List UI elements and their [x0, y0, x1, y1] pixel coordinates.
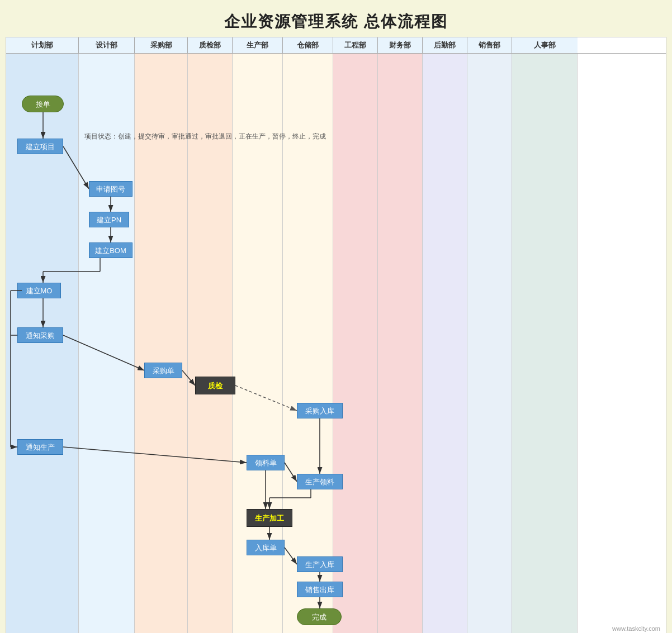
chart-area: 计划部 设计部 采购部 质检部 生产部 仓储部 工程部 财务部 后勤部 销售部 …: [6, 37, 666, 633]
header-caiwu: 财务部: [378, 37, 423, 53]
header-zhijian: 质检部: [188, 37, 233, 53]
node-shengchan-jiagong: 生产加工: [247, 509, 292, 527]
page-wrapper: 企业资源管理系统 总体流程图 计划部 设计部 采购部 质检部 生产部 仓储部 工…: [0, 0, 672, 633]
header-jihua: 计划部: [6, 37, 79, 53]
header-renshi: 人事部: [512, 37, 578, 53]
header-cangchu: 仓储部: [283, 37, 333, 53]
header-caigou: 采购部: [135, 37, 188, 53]
node-shengchan-lingliao: 生产领料: [297, 474, 343, 489]
header-xiaoshou: 销售部: [467, 37, 512, 53]
header-sheji: 设计部: [79, 37, 135, 53]
header-houqin: 后勤部: [423, 37, 467, 53]
header-shengchan: 生产部: [233, 37, 283, 53]
col-xiaoshou: [467, 54, 512, 633]
node-shengchan-ruku: 生产入库: [297, 556, 343, 572]
col-caiwu: [378, 54, 423, 633]
node-jianli-pn: 建立PN: [89, 212, 129, 227]
body-row: 项目状态：创建，提交待审，审批通过，审批退回，正在生产，暂停，终止，完成 接单 …: [6, 54, 666, 633]
node-liaodan: 领料单: [247, 455, 285, 470]
node-caigoudan: 采购单: [144, 363, 182, 378]
col-houqin: [423, 54, 467, 633]
col-gongcheng: [333, 54, 378, 633]
col-renshi: [512, 54, 578, 633]
node-zhijian: 质检: [195, 377, 235, 394]
node-caigou-ruku: 采购入库: [297, 403, 343, 418]
header-row: 计划部 设计部 采购部 质检部 生产部 仓储部 工程部 财务部 后勤部 销售部 …: [6, 37, 666, 54]
header-gongcheng: 工程部: [333, 37, 378, 53]
node-jianli-xiangmu: 建立项目: [17, 139, 63, 154]
node-jianli-bom: 建立BOM: [89, 242, 132, 258]
node-shenqing-tuhao: 申请图号: [89, 181, 132, 197]
node-xiaoshou-chuku: 销售出库: [297, 582, 343, 597]
node-tongzhi-shengchan: 通知生产: [17, 439, 63, 455]
node-jianli-mo: 建立MO: [17, 283, 61, 298]
status-note: 项目状态：创建，提交待审，审批通过，审批退回，正在生产，暂停，终止，完成: [84, 132, 326, 141]
node-wancheng: 完成: [297, 608, 342, 625]
node-jiedan: 接单: [22, 96, 64, 112]
node-rukudan: 入库单: [247, 540, 285, 555]
node-tongzhi-caigou: 通知采购: [17, 327, 63, 343]
watermark: www.taskcity.com: [612, 625, 660, 632]
page-title: 企业资源管理系统 总体流程图: [6, 6, 666, 37]
